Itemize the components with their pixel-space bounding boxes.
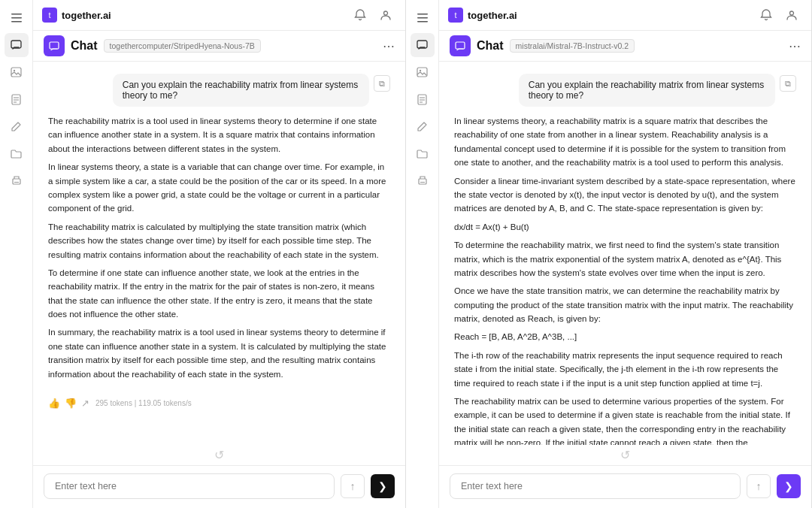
left-send-btn[interactable]: ❯	[371, 474, 395, 498]
left-user-message-wrap: Can you explain the reachability matrix …	[48, 74, 390, 107]
right-chat-icon	[450, 35, 471, 56]
right-ai-p3: To determine the reachability matrix, we…	[454, 238, 796, 280]
right-folder-nav-icon[interactable]	[411, 141, 435, 165]
svg-rect-10	[13, 179, 20, 184]
left-token-actions: 👍 👎 ↗	[48, 398, 89, 409]
right-text-input[interactable]	[450, 473, 741, 499]
svg-rect-18	[417, 68, 427, 77]
right-menu-icon[interactable]	[411, 6, 435, 30]
left-main: t together.ai	[33, 0, 405, 508]
left-thumbdown-btn[interactable]: 👎	[65, 398, 77, 409]
right-user-message-wrap: Can you explain the reachability matrix …	[454, 74, 796, 107]
right-notification-icon[interactable]	[756, 5, 777, 26]
left-panel: t together.ai	[0, 0, 406, 508]
svg-point-5	[14, 70, 15, 71]
right-header: t together.ai	[439, 0, 811, 31]
right-kebab-icon[interactable]: ⋯	[789, 39, 801, 53]
right-user-icon[interactable]	[781, 5, 802, 26]
right-logo: t together.ai	[448, 8, 517, 23]
svg-rect-4	[11, 68, 21, 77]
doc-nav-icon[interactable]	[5, 87, 29, 111]
left-ai-p1: In linear systems theory, a state is a v…	[48, 160, 390, 216]
left-logo-icon: t	[42, 8, 57, 23]
left-ai-p0: The reachability matrix is a tool used i…	[48, 114, 390, 156]
svg-rect-11	[14, 182, 19, 183]
right-ai-p1: Consider a linear time-invariant system …	[454, 174, 796, 216]
svg-point-12	[384, 11, 388, 15]
left-chat-header: Chat togethercomputer/StripedHyena-Nous-…	[33, 31, 405, 62]
left-share-btn[interactable]: ↗	[81, 398, 89, 409]
left-user-icon[interactable]	[375, 5, 396, 26]
right-ai-p6: The i-th row of the reachability matrix …	[454, 349, 796, 390]
image-nav-icon[interactable]	[5, 60, 29, 84]
left-logo-text: together.ai	[62, 10, 111, 21]
left-ai-p3: To determine if one state can influence …	[48, 266, 390, 322]
right-ai-p2: dx/dt = Ax(t) + Bu(t)	[454, 220, 796, 234]
right-sidebar	[406, 0, 439, 508]
chat-nav-icon[interactable]	[5, 33, 29, 57]
left-ai-p2: The reachability matrix is calculated by…	[48, 220, 390, 262]
left-sidebar	[0, 0, 33, 508]
right-copy-user-btn[interactable]: ⧉	[780, 75, 796, 92]
folder-nav-icon[interactable]	[5, 141, 29, 165]
left-logo: t together.ai	[42, 8, 111, 23]
left-token-info: 👍 👎 ↗ 295 tokens | 119.05 tokens/s	[48, 398, 390, 409]
right-send-btn[interactable]: ❯	[777, 474, 801, 498]
left-token-text: 295 tokens | 119.05 tokens/s	[95, 399, 192, 407]
left-ai-p4: In summary, the reachability matrix is a…	[48, 325, 390, 381]
left-chat-area[interactable]: Can you explain the reachability matrix …	[33, 62, 405, 445]
edit-nav-icon[interactable]	[5, 114, 29, 138]
right-ai-p5: Reach = [B, AB, A^2B, A^3B, ...]	[454, 330, 796, 343]
right-user-message: Can you explain the reachability matrix …	[519, 74, 775, 107]
svg-point-26	[790, 11, 794, 15]
right-print-nav-icon[interactable]	[411, 168, 435, 192]
left-text-input[interactable]	[44, 473, 335, 499]
left-regen-icon[interactable]: ↺	[33, 445, 405, 465]
svg-rect-15	[417, 17, 428, 19]
right-ai-p7: The reachability matrix can be used to d…	[454, 395, 796, 445]
left-user-message: Can you explain the reachability matrix …	[113, 74, 369, 107]
left-upload-btn[interactable]: ↑	[341, 474, 365, 498]
right-regen-icon[interactable]: ↺	[439, 445, 811, 465]
svg-point-19	[420, 70, 421, 71]
right-ai-p0: In linear systems theory, a reachability…	[454, 114, 796, 170]
right-input-area: ↑ ❯	[439, 465, 811, 508]
right-panel: t together.ai	[406, 0, 812, 508]
right-edit-nav-icon[interactable]	[411, 114, 435, 138]
svg-rect-1	[11, 17, 22, 19]
svg-rect-25	[420, 182, 425, 183]
svg-rect-16	[417, 21, 428, 23]
left-ai-message: The reachability matrix is a tool used i…	[48, 114, 390, 386]
right-chat-title: Chat	[477, 39, 504, 53]
right-model-badge[interactable]: mistralai/Mistral-7B-Instruct-v0.2	[510, 39, 635, 53]
left-chat-icon	[44, 35, 65, 56]
left-model-badge[interactable]: togethercomputer/StripedHyena-Nous-7B	[104, 39, 261, 53]
left-notification-icon[interactable]	[350, 5, 371, 26]
print-nav-icon[interactable]	[5, 168, 29, 192]
svg-rect-24	[419, 179, 426, 184]
left-thumbup-btn[interactable]: 👍	[48, 398, 60, 409]
left-chat-title: Chat	[71, 39, 98, 53]
right-ai-message: In linear systems theory, a reachability…	[454, 114, 796, 445]
svg-rect-0	[11, 14, 22, 15]
right-doc-nav-icon[interactable]	[411, 87, 435, 111]
left-input-area: ↑ ❯	[33, 465, 405, 508]
svg-rect-2	[11, 21, 22, 23]
right-upload-btn[interactable]: ↑	[747, 474, 771, 498]
right-main: t together.ai	[439, 0, 811, 508]
svg-rect-13	[50, 42, 59, 49]
right-chat-nav-icon[interactable]	[411, 33, 435, 57]
left-header: t together.ai	[33, 0, 405, 31]
menu-icon[interactable]	[5, 6, 29, 30]
right-logo-text: together.ai	[468, 10, 517, 21]
right-chat-area[interactable]: Can you explain the reachability matrix …	[439, 62, 811, 445]
svg-rect-27	[456, 42, 465, 49]
right-image-nav-icon[interactable]	[411, 60, 435, 84]
left-copy-user-btn[interactable]: ⧉	[374, 75, 390, 92]
right-logo-icon: t	[448, 8, 463, 23]
right-chat-header: Chat mistralai/Mistral-7B-Instruct-v0.2 …	[439, 31, 811, 62]
left-kebab-icon[interactable]: ⋯	[383, 39, 395, 53]
svg-rect-14	[417, 14, 428, 15]
right-ai-p4: Once we have the state transition matrix…	[454, 284, 796, 325]
